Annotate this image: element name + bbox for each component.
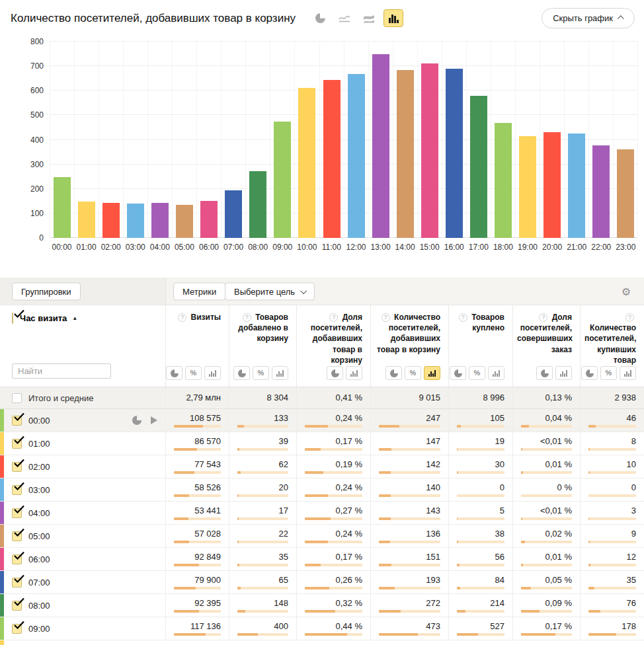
row-checkbox[interactable]: [12, 531, 22, 541]
bar[interactable]: [421, 63, 438, 238]
row-checkbox[interactable]: [12, 462, 22, 472]
bar[interactable]: [348, 74, 365, 238]
columns-toggle-button[interactable]: [272, 366, 288, 380]
row-pie-icon[interactable]: [132, 416, 141, 425]
bar[interactable]: [372, 54, 389, 238]
question-icon[interactable]: ?: [539, 313, 547, 322]
bar[interactable]: [225, 190, 242, 238]
bar[interactable]: [200, 201, 218, 238]
row-label-cell[interactable]: 02:00: [0, 455, 165, 478]
bar[interactable]: [519, 136, 536, 238]
question-icon[interactable]: ?: [178, 313, 186, 322]
row-label-cell[interactable]: 08:00: [0, 594, 165, 617]
table-row[interactable]: 02:0077 543620,19 %142300,01 %10: [0, 455, 644, 478]
row-checkbox[interactable]: [12, 624, 22, 634]
bar[interactable]: [78, 202, 95, 238]
chart-type-stacked-area-button[interactable]: [359, 9, 379, 27]
row-label-cell[interactable]: 09:00: [0, 617, 165, 640]
table-row[interactable]: 07:0079 900650,26 %193840,05 %35: [0, 571, 644, 594]
partial-next-row: [0, 640, 644, 645]
metrics-button[interactable]: Метрики: [173, 282, 225, 300]
pie-toggle-button[interactable]: [385, 366, 402, 380]
bar[interactable]: [274, 122, 291, 238]
row-label-cell[interactable]: 07:00: [0, 571, 165, 593]
pie-toggle-button[interactable]: [581, 366, 598, 380]
table-row[interactable]: 01:0086 570390,17 %14719<0,01 %8: [0, 432, 644, 455]
bar[interactable]: [397, 70, 414, 238]
bar[interactable]: [176, 205, 193, 238]
table-row[interactable]: 04:0053 441170,27 %1435<0,01 %3: [0, 502, 644, 525]
percent-toggle-button[interactable]: %: [253, 366, 269, 380]
bar[interactable]: [617, 149, 634, 238]
columns-toggle-button[interactable]: [204, 366, 221, 380]
percent-toggle-button[interactable]: %: [469, 366, 485, 380]
row-checkbox[interactable]: [12, 485, 22, 495]
row-label-cell[interactable]: 00:00: [0, 409, 165, 432]
table-row[interactable]: 05:0057 028220,24 %136380,02 %9: [0, 525, 644, 548]
question-icon[interactable]: ?: [329, 313, 338, 322]
question-icon[interactable]: ?: [625, 313, 634, 322]
chart-type-columns-button[interactable]: [383, 9, 403, 27]
row-play-icon[interactable]: [151, 416, 157, 424]
bar[interactable]: [495, 123, 512, 238]
pie-toggle-button[interactable]: [166, 366, 182, 380]
dimension-sort-control[interactable]: Час визита ▲: [12, 313, 77, 323]
sort-ascending-icon[interactable]: ▲: [72, 315, 77, 321]
row-checkbox[interactable]: [12, 578, 22, 588]
table-row[interactable]: 00:00108 5751330,24 %2471050,04 %46: [0, 409, 644, 432]
row-checkbox[interactable]: [12, 508, 22, 518]
columns-toggle-button[interactable]: [424, 366, 440, 380]
row-checkbox[interactable]: [12, 416, 22, 426]
columns-toggle-button[interactable]: [555, 366, 572, 380]
bar[interactable]: [592, 145, 610, 238]
columns-toggle-button[interactable]: [346, 366, 362, 380]
groupings-button[interactable]: Группировки: [12, 282, 81, 300]
table-row[interactable]: 03:0058 526200,24 %14000 %0: [0, 478, 644, 502]
bar[interactable]: [323, 80, 341, 238]
columns-toggle-button[interactable]: [620, 366, 636, 380]
row-checkbox[interactable]: [12, 601, 22, 611]
table-row[interactable]: 09:00117 1364000,44 %4735270,17 %178: [0, 617, 644, 640]
bar[interactable]: [298, 88, 315, 238]
row-label-cell[interactable]: 01:00: [0, 432, 165, 455]
hide-chart-button[interactable]: Скрыть график: [542, 8, 635, 28]
percent-toggle-button[interactable]: %: [405, 366, 421, 380]
question-icon[interactable]: ?: [459, 313, 467, 322]
metric-cell: 0,04 %: [512, 409, 580, 432]
row-label-cell[interactable]: 06:00: [0, 548, 165, 570]
value-bar-fill: [457, 425, 461, 428]
pie-toggle-button[interactable]: [450, 366, 466, 380]
pie-toggle-button[interactable]: [327, 366, 343, 380]
chart-type-pie-button[interactable]: [310, 9, 330, 27]
row-label-cell[interactable]: 04:00: [0, 502, 165, 524]
table-row[interactable]: 06:0092 849350,17 %151560,01 %12: [0, 548, 644, 571]
columns-toggle-button[interactable]: [488, 366, 504, 380]
row-label-cell[interactable]: 05:00: [0, 525, 165, 547]
bar[interactable]: [470, 96, 487, 238]
row-label-cell[interactable]: 03:00: [0, 478, 165, 501]
table-row[interactable]: 08:0092 3951480,32 %2722140,09 %76: [0, 594, 644, 617]
goal-select[interactable]: Выберите цель: [225, 282, 315, 300]
chart-type-line-button[interactable]: [335, 9, 354, 27]
search-input[interactable]: [12, 363, 111, 379]
question-icon[interactable]: ?: [382, 313, 390, 322]
row-checkbox[interactable]: [12, 439, 22, 449]
bar[interactable]: [151, 203, 169, 238]
percent-toggle-button[interactable]: %: [185, 366, 202, 380]
percent-toggle-button[interactable]: %: [600, 366, 617, 380]
bar[interactable]: [249, 171, 266, 238]
question-icon[interactable]: ?: [243, 313, 251, 322]
pie-toggle-button[interactable]: [233, 366, 250, 380]
gear-icon[interactable]: ⚙: [622, 285, 631, 297]
value-bar-track: [457, 587, 504, 589]
bar[interactable]: [568, 133, 585, 238]
select-all-checkbox[interactable]: [12, 313, 13, 324]
bar[interactable]: [446, 69, 463, 238]
row-checkbox[interactable]: [12, 554, 22, 564]
pie-toggle-button[interactable]: [536, 366, 553, 380]
totals-checkbox[interactable]: [12, 393, 22, 403]
bar[interactable]: [102, 203, 120, 238]
bar[interactable]: [543, 132, 561, 238]
bar[interactable]: [54, 177, 71, 238]
bar[interactable]: [127, 204, 144, 238]
